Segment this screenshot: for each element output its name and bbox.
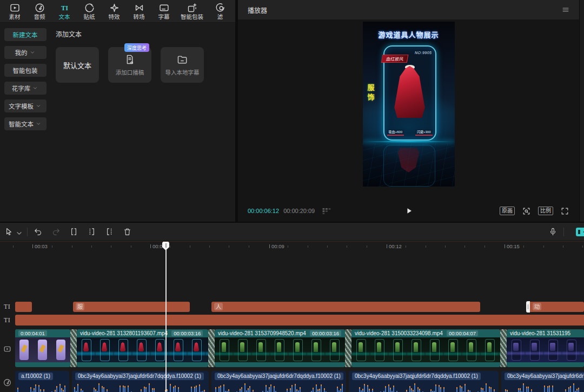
trash-icon xyxy=(123,227,132,236)
sidebar-item-花字库[interactable]: 花字库 xyxy=(4,82,47,95)
toolbar-tab-label: 特效 xyxy=(109,14,120,20)
wave-bar xyxy=(300,387,301,392)
wave-bar xyxy=(369,389,370,392)
record-voiceover-button[interactable] xyxy=(548,227,558,236)
wave-bar xyxy=(390,388,391,392)
toolbar-tab-素材[interactable]: 素材 xyxy=(2,1,27,22)
wave-bar xyxy=(316,384,317,392)
wave-bar xyxy=(64,386,65,392)
video-clip-footer xyxy=(215,362,345,367)
sidebar-item-label: 新建文本 xyxy=(13,30,38,39)
fullscreen-icon[interactable] xyxy=(560,207,569,216)
timeline-ruler[interactable]: 00:0300:0600:0900:1200:15 xyxy=(0,242,584,251)
toolbar-tab-字幕[interactable]: 字幕 xyxy=(151,1,176,22)
sidebar-item-label: 智能包装 xyxy=(13,66,38,75)
wave-bar xyxy=(411,388,412,392)
wave-bar xyxy=(103,387,104,392)
audio-clip[interactable]: 0bc3y4ay6aabyyai37jaqjufdr6dr7dqddya.f10… xyxy=(211,371,346,392)
video-clip[interactable]: vidu-video-281 31531195 xyxy=(507,329,584,367)
split-icon xyxy=(69,227,78,236)
delete-left-button[interactable] xyxy=(87,227,96,236)
wave-bar xyxy=(95,389,96,392)
wave-bar xyxy=(290,388,291,392)
delete-button[interactable] xyxy=(123,227,132,236)
wave-bar xyxy=(440,387,441,392)
sidebar-item-我的[interactable]: 我的 xyxy=(4,46,47,59)
clip-transition-hatch xyxy=(500,329,507,367)
quality-button[interactable]: 原画 xyxy=(500,207,515,215)
panel-title: 添加文本 xyxy=(56,29,235,38)
text-clip-label: 服 xyxy=(76,303,84,310)
clip-trim-handle[interactable] xyxy=(526,301,530,313)
toolbar-tab-智能包装[interactable]: 智能包装 xyxy=(176,1,208,22)
audio-clip[interactable]: 0bc3y4ay6aabyyai37jaqjufdr6dr7dqddya.f10… xyxy=(349,371,499,392)
audio-clip[interactable]: 0bc3y4ay6aabyyai37jaqjufdr6dr7dqddya.f10… xyxy=(72,371,209,392)
play-button[interactable] xyxy=(404,206,414,216)
captions-icon xyxy=(158,2,170,14)
wave-bar xyxy=(194,387,195,392)
delete-right-button[interactable] xyxy=(105,227,114,236)
video-clip[interactable]: 0:00:04:01 xyxy=(15,329,70,367)
text-clip-full[interactable] xyxy=(15,315,584,325)
toolbar-tab-贴纸[interactable]: 贴纸 xyxy=(77,1,102,22)
video-editor-app: 素材音频TI文本贴纸特效转场字幕智能包装滤 新建文本我的智能包装花字库文字模板智… xyxy=(0,0,584,392)
wave-bar xyxy=(220,386,221,392)
wave-bar xyxy=(340,389,341,392)
current-time: 00:00:06:12 xyxy=(248,208,279,214)
wave-bar xyxy=(98,383,99,392)
sidebar-item-label: 文字模板 xyxy=(9,102,34,110)
video-thumbnails xyxy=(77,337,208,362)
video-clip[interactable]: vidu-video-281 3153709948520.mp400:00:03… xyxy=(215,329,345,367)
redo-button[interactable] xyxy=(51,227,61,236)
wave-bar xyxy=(74,387,75,392)
video-preview-canvas[interactable]: 游戏道具人物展示 血红披风 NO:9905 吸血+600 闪避+300 服饰 xyxy=(363,22,455,187)
text-clip[interactable]: 服 xyxy=(73,302,190,312)
audio-clip[interactable]: 0bc3y4ay6aabyyai37jaqjufdr6dr7 xyxy=(501,371,584,392)
text-clip[interactable] xyxy=(15,302,32,312)
hamburger-icon xyxy=(561,5,570,15)
wave-bar xyxy=(547,386,548,392)
select-tool-button[interactable] xyxy=(4,227,14,236)
audio-clip[interactable]: a.f10002 (1) xyxy=(15,371,69,392)
split-button[interactable] xyxy=(69,227,78,236)
player-title: 播放器 xyxy=(248,5,267,15)
sidebar-item-智能包装[interactable]: 智能包装 xyxy=(4,64,47,77)
audio-clip-label: 0bc3y4ay6aabyyai37jaqjufdr6dr7dqddya.f10… xyxy=(352,373,481,380)
wave-bar xyxy=(313,388,314,392)
import-subtitle-card[interactable]: 导入本地字幕 xyxy=(161,47,204,83)
video-clip-footer xyxy=(351,362,500,367)
toolbar-tab-滤[interactable]: 滤 xyxy=(208,1,233,22)
preview-item-number: NO:9905 xyxy=(415,51,432,55)
toolbar-tab-音频[interactable]: 音频 xyxy=(27,1,52,22)
wave-bar xyxy=(61,388,62,392)
sidebar-item-label: 智能文本 xyxy=(9,119,34,128)
sidebar-item-智能文本[interactable]: 智能文本 xyxy=(4,117,47,130)
toolbar-tab-特效[interactable]: 特效 xyxy=(102,1,127,22)
sidebar-item-新建文本[interactable]: 新建文本 xyxy=(4,28,47,41)
video-clip-header: vidu-video-281 3153709948520.mp400:00:03… xyxy=(215,329,345,337)
video-clip[interactable]: vidu-video-281 3150033234098.mp400:00:04… xyxy=(351,329,500,367)
video-clip[interactable]: vidu-video-281 3132801193607.mp400:00:03… xyxy=(77,329,208,367)
player-menu-button[interactable] xyxy=(561,5,570,15)
wave-bar xyxy=(417,387,419,392)
text-clip[interactable]: 动 xyxy=(530,302,584,312)
wave-bar xyxy=(324,388,325,392)
wave-bar xyxy=(196,386,197,392)
default-text-card[interactable]: 默认文本 xyxy=(56,47,99,83)
text-clip[interactable]: 人 xyxy=(211,302,480,312)
undo-button[interactable] xyxy=(34,227,43,236)
voiceover-script-card[interactable]: 深度思考 添加口播稿 xyxy=(108,47,151,83)
select-tool-dropdown[interactable] xyxy=(15,229,21,235)
zoom-fit-icon[interactable] xyxy=(522,207,531,216)
wave-bar xyxy=(443,387,444,392)
video-clip-duration: 00:00:04:07 xyxy=(447,330,478,336)
timeline-section: 00:0300:0600:0900:1200:15 TI TI 服人动 0:00… xyxy=(0,223,584,392)
snap-toggle-button[interactable] xyxy=(576,228,584,236)
ratio-button[interactable]: 比例 xyxy=(538,207,553,215)
wave-bar xyxy=(414,383,415,392)
toolbar-tab-转场[interactable]: 转场 xyxy=(127,1,151,22)
sidebar-item-文字模板[interactable]: 文字模板 xyxy=(4,99,47,112)
toolbar-tab-文本[interactable]: TI文本 xyxy=(52,1,77,22)
chevron-down-icon xyxy=(32,85,38,91)
wave-bar xyxy=(489,387,490,392)
